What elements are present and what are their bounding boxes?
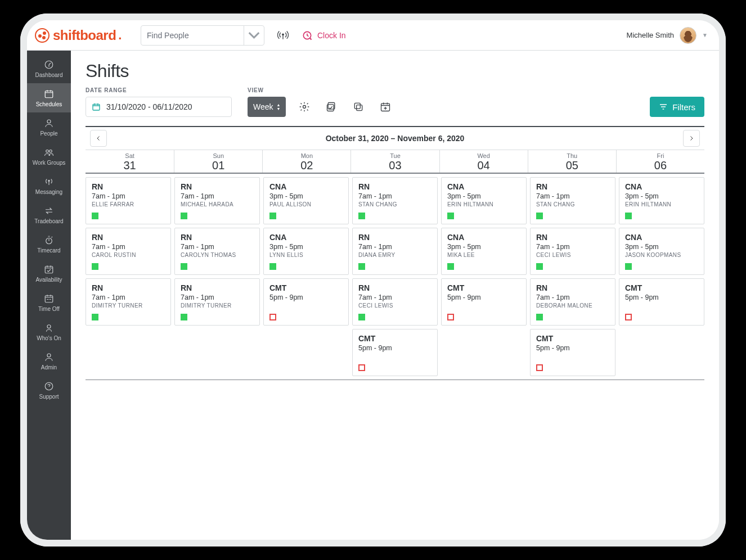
shift-person: Stan Chang: [536, 201, 609, 207]
status-badge: [92, 263, 98, 270]
shift-card[interactable]: RN7am - 1pmDimitry Turner: [86, 278, 171, 326]
shift-role: RN: [92, 283, 165, 292]
shift-role: CNA: [625, 182, 698, 191]
shift-card[interactable]: CMT5pm - 9pm: [352, 329, 438, 376]
shift-card[interactable]: RN7am - 1pmCeci Lewis: [530, 228, 615, 275]
shift-card[interactable]: RN7am - 1pmDimitry Turner: [174, 278, 260, 326]
settings-button[interactable]: [296, 98, 313, 115]
stopwatch-icon: [44, 235, 54, 245]
status-badge: [625, 314, 632, 320]
shift-card[interactable]: CNA3pm - 5pmPaul Allison: [263, 177, 349, 224]
shift-person: Lynn Ellis: [269, 252, 343, 258]
sidebar-item-schedules[interactable]: Schedules: [27, 83, 71, 112]
sidebar-item-dashboard[interactable]: Dashboard: [27, 54, 71, 83]
svg-point-6: [50, 150, 52, 152]
shift-card[interactable]: RN7am - 1pmCarolyn Thomas: [174, 228, 260, 275]
day-of-week: Wed: [440, 152, 528, 159]
sidebar-item-timecard[interactable]: Timecard: [27, 229, 71, 259]
find-people-select[interactable]: Find People: [141, 25, 264, 46]
shift-role: RN: [181, 182, 254, 191]
shift-time: 5pm - 9pm: [536, 344, 609, 352]
status-badge: [536, 213, 543, 219]
sidebar-item-label: Availability: [35, 277, 62, 283]
broadcast-icon[interactable]: [275, 27, 291, 44]
day-of-month: 04: [440, 159, 528, 171]
shift-time: 5pm - 9pm: [447, 293, 520, 301]
filters-label: Filters: [672, 102, 695, 112]
prev-week-button[interactable]: [90, 130, 107, 147]
sidebar-item-label: Support: [39, 394, 59, 400]
shift-card[interactable]: CMT5pm - 9pm: [530, 329, 615, 376]
shift-time: 7am - 1pm: [92, 243, 165, 251]
help-icon: [44, 381, 54, 391]
clock-in-button[interactable]: Clock In: [302, 30, 346, 41]
shift-time: 7am - 1pm: [536, 293, 609, 301]
add-shift-button[interactable]: [377, 98, 394, 115]
shift-role: RN: [181, 233, 254, 242]
day-column: RN7am - 1pmStan ChangRN7am - 1pmCeci Lew…: [530, 177, 615, 376]
copy-button[interactable]: [350, 98, 367, 115]
shift-card[interactable]: CNA3pm - 5pmJason Koopmans: [619, 228, 704, 275]
status-badge: [92, 314, 98, 320]
shift-card[interactable]: RN7am - 1pmStan Chang: [352, 177, 438, 224]
day-header: Tue03: [350, 150, 439, 173]
svg-rect-3: [45, 91, 53, 97]
shift-card[interactable]: CNA3pm - 5pmLynn Ellis: [263, 228, 349, 275]
sidebar-item-tradeboard[interactable]: Tradeboard: [27, 200, 71, 229]
shift-card[interactable]: CMT5pm - 9pm: [263, 278, 349, 326]
shift-card[interactable]: CNA3pm - 5pmErin Hiltmann: [441, 177, 527, 224]
sidebar-item-availability[interactable]: Availability: [27, 259, 71, 288]
status-badge: [536, 364, 543, 371]
next-week-button[interactable]: [683, 130, 700, 147]
svg-point-5: [46, 150, 49, 152]
day-of-week: Mon: [263, 152, 350, 159]
shift-card[interactable]: RN7am - 1pmStan Chang: [530, 177, 615, 224]
day-header: Fri06: [616, 150, 704, 173]
screen: shiftboard. Find People Clock In Michell…: [27, 20, 719, 540]
shift-person: Erin Hiltmann: [447, 201, 520, 207]
svg-point-7: [48, 180, 50, 181]
date-range-input[interactable]: 31/10/2020 - 06/11/2020: [86, 97, 232, 117]
calendar-plus-icon: [380, 101, 391, 112]
sidebar-item-admin[interactable]: Admin: [27, 346, 71, 376]
shift-card[interactable]: RN7am - 1pmCeci Lewis: [352, 278, 438, 326]
bulk-action-button[interactable]: [323, 98, 340, 115]
sidebar-item-label: Schedules: [36, 101, 62, 107]
sidebar-item-label: People: [40, 130, 57, 137]
shift-time: 3pm - 5pm: [625, 243, 698, 251]
shift-card[interactable]: CNA3pm - 5pmMika Lee: [441, 228, 527, 275]
status-badge: [269, 213, 276, 219]
sidebar-item-label: Messaging: [35, 189, 62, 195]
sidebar-item-who-s-on[interactable]: Who's On: [27, 317, 71, 346]
sidebar-item-messaging[interactable]: Messaging: [27, 171, 71, 200]
day-of-week: Sun: [174, 152, 262, 159]
shift-time: 3pm - 5pm: [269, 192, 343, 200]
status-badge: [358, 213, 365, 219]
svg-point-12: [47, 354, 51, 357]
view-select[interactable]: Week ▲▼: [248, 97, 286, 117]
shift-card[interactable]: CMT5pm - 9pm: [441, 278, 527, 326]
brand-logo[interactable]: shiftboard.: [27, 28, 131, 43]
sidebar-item-support[interactable]: Support: [27, 376, 71, 405]
sidebar-item-time-off[interactable]: Time Off: [27, 288, 71, 317]
shift-role: RN: [358, 182, 432, 191]
date-range-label: DATE RANGE: [86, 87, 232, 93]
shift-card[interactable]: RN7am - 1pmDeborah Malone: [530, 278, 615, 326]
user-menu[interactable]: Michelle Smith ▼: [627, 27, 708, 44]
shift-card[interactable]: CNA3pm - 5pmErin Hiltmann: [619, 177, 704, 224]
sidebar-item-label: Admin: [41, 364, 57, 371]
page-title: Shifts: [86, 61, 704, 82]
shift-card[interactable]: RN7am - 1pmEllie Farrar: [86, 177, 171, 224]
copy-icon: [353, 101, 364, 112]
sidebar-item-label: Timecard: [37, 247, 60, 254]
status-badge: [447, 213, 454, 219]
shift-card[interactable]: CMT5pm - 9pm: [619, 278, 704, 326]
sidebar-item-work-groups[interactable]: Work Groups: [27, 142, 71, 171]
svg-rect-18: [357, 105, 362, 111]
shift-card[interactable]: RN7am - 1pmCarol Rustin: [86, 228, 171, 275]
filters-button[interactable]: Filters: [650, 97, 704, 117]
shift-card[interactable]: RN7am - 1pmDiana Emry: [352, 228, 438, 275]
shift-card[interactable]: RN7am - 1pmMichael Harada: [174, 177, 260, 224]
svg-point-0: [282, 34, 284, 35]
sidebar-item-people[interactable]: People: [27, 112, 71, 142]
